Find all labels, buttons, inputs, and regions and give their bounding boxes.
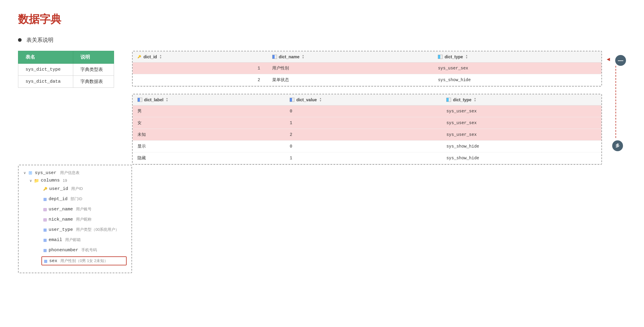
sort-icon[interactable]: ▲▼ [166, 97, 168, 102]
table-row: 隐藏 1 sys_show_hide [133, 152, 601, 164]
columns-count: 19 [63, 178, 67, 183]
col-name: sex [49, 258, 57, 264]
table-cell: 0 [285, 105, 441, 117]
table-cell: 未知 [133, 129, 285, 141]
col-desc: 用户性别（0男 1女 2未知） [60, 258, 108, 264]
col-icon: ▤ [43, 217, 47, 222]
col-name: email [49, 237, 62, 243]
col-desc: 用户邮箱 [65, 237, 81, 243]
table-cell: sys_show_hide [441, 141, 601, 152]
tree-root: ∨ ⊞ sys_user 用户信息表 [23, 170, 127, 176]
section-header: 表关系说明 [18, 36, 626, 44]
connector-top: ◄ — [606, 53, 626, 66]
table-row: sys_dict_data 字典数据表 [18, 76, 114, 88]
bullet-point [18, 38, 22, 42]
table-row: sys_dict_type 字典类型表 [18, 64, 114, 76]
tree-sub-item: ▤ user_name 用户账号 [41, 205, 127, 213]
col-icon: ▦ [43, 197, 47, 201]
dict-data-col-value: dict_value ▲▼ [285, 94, 441, 105]
table-cell: sys_user_sex [433, 63, 601, 74]
tree-sub-item: ▦ email 用户邮箱 [41, 236, 127, 244]
table-row: 女 1 sys_user_sex [133, 117, 601, 129]
connector-minus-circle: — [615, 55, 626, 66]
tree-view: ∨ ⊞ sys_user 用户信息表 ∨ 📁 columns 19 🔑 user… [18, 165, 132, 273]
tree-sub-children: 🔑 user_id 用户ID ▦ dept_id 部门ID ▤ user_nam… [29, 185, 127, 265]
bottom-section: ∨ ⊞ sys_user 用户信息表 ∨ 📁 columns 19 🔑 user… [18, 165, 626, 273]
table-row: 男 0 sys_user_sex [133, 105, 601, 117]
col-desc: 用户昵称 [76, 217, 92, 222]
table-row: 2 菜单状态 sys_show_hide [133, 74, 601, 86]
sort-icon[interactable]: ▲▼ [474, 97, 476, 102]
col-name: phonenumber [49, 248, 78, 253]
tree-columns-node: ∨ 📁 columns 19 [29, 178, 127, 183]
sort-icon[interactable]: ▲▼ [465, 54, 468, 59]
section-label: 表关系说明 [26, 36, 53, 44]
dict-type-col-id: 🔑 dict_id ▲▼ [133, 51, 267, 63]
col-desc: 用户ID [71, 186, 83, 191]
col-desc: 部门ID [71, 196, 82, 202]
tree-sub-item: ▦ dept_id 部门ID [41, 195, 127, 203]
table-cell: 1 [285, 152, 441, 164]
table-cell: 男 [133, 105, 285, 117]
page-title: 数据字典 [18, 12, 626, 27]
table-cell: 2 [133, 74, 267, 86]
left-arrow-icon: ◄ [606, 56, 611, 63]
left-table-wrapper: 表名 说明 sys_dict_type 字典类型表 sys_dict_data … [18, 51, 114, 88]
table-icon: ⊞ [29, 170, 32, 176]
col-icon: ▦ [43, 248, 47, 252]
dict-type-col-type: dict_type ▲▼ [433, 51, 601, 63]
table-row: 1 用户性别 sys_user_sex [133, 63, 601, 74]
col-name: user_type [49, 227, 73, 232]
table-cell: sys_user_sex [441, 105, 601, 117]
tree-toggle-columns[interactable]: ∨ [29, 179, 32, 183]
col-desc: 手机号码 [81, 247, 97, 253]
col-icon: ▦ [43, 228, 47, 232]
dict-type-table: 🔑 dict_id ▲▼ dict_name ▲▼ [133, 51, 601, 86]
right-section: 🔑 dict_id ▲▼ dict_name ▲▼ [132, 51, 626, 165]
table-cell: 女 [133, 117, 285, 129]
table-cell: sys_user_sex [441, 129, 601, 141]
tree-toggle-root[interactable]: ∨ [23, 171, 26, 175]
dict-type-table-wrapper: 🔑 dict_id ▲▼ dict_name ▲▼ [132, 51, 602, 87]
connector-duo-circle: 多 [612, 140, 623, 151]
col-desc: 用户账号 [76, 206, 92, 212]
dict-type-col-name: dict_name ▲▼ [267, 51, 433, 63]
top-row: 表名 说明 sys_dict_type 字典类型表 sys_dict_data … [18, 51, 626, 165]
tree-sub-item: ▦ phonenumber 手机号码 [41, 246, 127, 254]
dict-data-table-wrapper: dict_label ▲▼ dict_value ▲▼ [132, 94, 602, 165]
table-cell-desc: 字典数据表 [73, 76, 114, 88]
sort-icon[interactable]: ▲▼ [319, 97, 322, 102]
left-table-header-name: 表名 [18, 51, 73, 64]
dashed-tables: 🔑 dict_id ▲▼ dict_name ▲▼ [132, 51, 602, 165]
columns-label: columns [41, 178, 60, 183]
col-desc: 用户类型（00系统用户） [76, 227, 119, 232]
table-cell: 1 [285, 117, 441, 129]
col-icon: ▦ [43, 238, 47, 242]
table-cell: 1 [133, 63, 267, 74]
vertical-connector-line [615, 66, 616, 138]
tree-root-desc: 用户信息表 [60, 170, 80, 176]
col-icon: ▦ [44, 259, 47, 263]
tree-sub-item: 🔑 user_id 用户ID [41, 185, 127, 193]
table-cell-name: sys_dict_data [18, 76, 73, 88]
sort-icon[interactable]: ▲▼ [159, 54, 162, 59]
connector-area: ◄ — 多 [606, 51, 626, 151]
table-cell: 显示 [133, 141, 285, 152]
sort-icon[interactable]: ▲▼ [302, 54, 304, 59]
tree-sub-item: ▤ nick_name 用户昵称 [41, 215, 127, 223]
table-row: 未知 2 sys_user_sex [133, 129, 601, 141]
tree-sub-item: ▦ user_type 用户类型（00系统用户） [41, 226, 127, 234]
dict-data-col-type: dict_type ▲▼ [441, 94, 601, 105]
table-cell: 隐藏 [133, 152, 285, 164]
col-name: nick_name [49, 217, 73, 222]
table-row: 显示 0 sys_show_hide [133, 141, 601, 152]
table-cell: 0 [285, 141, 441, 152]
table-cell-name: sys_dict_type [18, 64, 73, 76]
tree-sub-item-sex: ▦ sex 用户性别（0男 1女 2未知） [41, 256, 127, 265]
pk-icon: 🔑 [43, 187, 47, 191]
table-cell: sys_user_sex [441, 117, 601, 129]
table-cell: sys_show_hide [433, 74, 601, 86]
left-table: 表名 说明 sys_dict_type 字典类型表 sys_dict_data … [18, 51, 114, 88]
dict-data-col-label: dict_label ▲▼ [133, 94, 285, 105]
table-cell: 菜单状态 [267, 74, 433, 86]
